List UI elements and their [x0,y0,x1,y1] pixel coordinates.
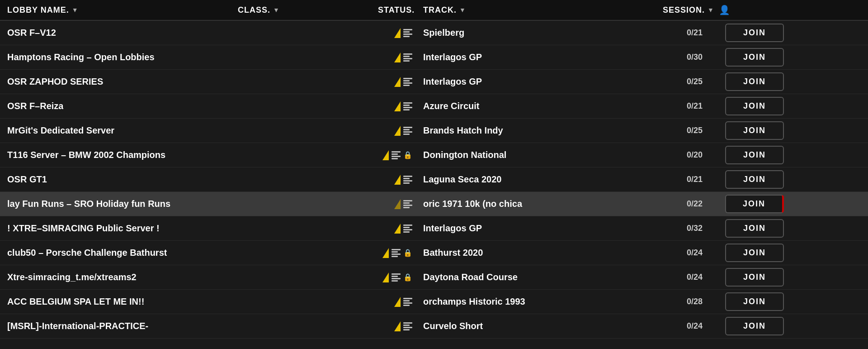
track-cell: Daytona Road Course [416,268,656,286]
status-cell: 🔒 [371,248,416,258]
list-icon [403,102,412,110]
track-cell: Interlagos GP [416,220,656,237]
join-cell: JOIN [710,46,791,68]
track-cell: Interlagos GP [416,73,656,91]
session-sort-icon[interactable]: ▼ [708,6,714,14]
lobby-name-label: LOBBY NAME. [7,5,69,15]
session-header[interactable]: SESSION. ▼ 👤 [656,5,710,15]
join-cell: JOIN [710,217,791,239]
table-row: OSR ZAPHOD SERIESInterlagos GP0/25JOIN [0,70,868,94]
join-button[interactable]: JOIN [725,170,784,189]
join-button[interactable]: JOIN [725,146,784,164]
join-button[interactable]: JOIN [725,244,784,262]
lobby-name-cell: ! XTRE–SIMRACING Public Server ! [0,220,231,237]
track-header[interactable]: TRACK. ▼ [416,5,656,15]
triangle-icon [394,126,401,136]
class-label: CLASS. [238,5,270,15]
join-button[interactable]: JOIN [725,48,784,67]
join-button[interactable]: JOIN [725,219,784,238]
join-button[interactable]: JOIN [725,97,784,115]
status-cell [371,175,416,185]
lobby-name: Xtre-simracing_t.me/xtreams2 [7,272,137,282]
session-count: 0/24 [687,321,703,331]
table-row: Xtre-simracing_t.me/xtreams2🔒Daytona Roa… [0,265,868,290]
lobby-name: ! XTRE–SIMRACING Public Server ! [7,223,160,234]
track-name: Azure Circuit [423,101,479,111]
join-cell: JOIN [710,71,791,93]
lobby-name-cell: lay Fun Runs – SRO Holiday fun Runs [0,195,231,213]
table-row: club50 – Porsche Challenge Bathurst🔒Bath… [0,241,868,265]
status-header: STATUS. [371,5,416,15]
join-button[interactable]: JOIN [725,121,784,140]
lobby-name-header[interactable]: LOBBY NAME. ▼ [0,5,231,15]
lobby-name: T116 Server – BMW 2002 Champions [7,150,165,160]
status-cell [371,28,416,38]
lock-icon: 🔒 [403,151,412,159]
list-icon [403,29,412,37]
session-cell: 0/24 [656,244,710,261]
session-cell: 0/24 [656,318,710,335]
track-name: oric 1971 10k (no chica [423,199,522,209]
class-cell [231,298,371,306]
join-button[interactable]: JOIN [725,317,784,335]
track-name: Spielberg [423,28,464,38]
join-cell: JOIN [710,95,791,117]
lobby-name: Hamptons Racing – Open Lobbies [7,52,155,62]
track-name: Brands Hatch Indy [423,125,503,136]
list-icon [403,298,412,306]
lobby-name-cell: OSR ZAPHOD SERIES [0,73,231,91]
status-cell [371,321,416,331]
lobby-name-cell: OSR GT1 [0,171,231,188]
status-cell [371,101,416,111]
lobby-name-cell: OSR F–Reiza [0,97,231,115]
join-button[interactable]: JOIN [725,72,784,91]
class-cell [231,152,371,159]
session-count: 0/25 [687,126,703,135]
join-button[interactable]: JOIN [725,268,784,287]
track-sort-icon[interactable]: ▼ [459,6,466,14]
lobby-name-cell: OSR F–V12 [0,24,231,42]
table-header: LOBBY NAME. ▼ CLASS. ▼ STATUS. TRACK. ▼ … [0,0,868,21]
track-label: TRACK. [423,5,457,15]
list-icon [403,200,412,208]
list-icon [403,127,412,135]
session-cell: 0/21 [656,98,710,115]
table-row: Hamptons Racing – Open LobbiesInterlagos… [0,45,868,70]
class-sort-icon[interactable]: ▼ [273,6,280,14]
lobby-name-cell: club50 – Porsche Challenge Bathurst [0,244,231,262]
triangle-icon [394,199,401,209]
session-cell: 0/21 [656,24,710,41]
session-cell: 0/21 [656,171,710,188]
session-count: 0/21 [687,28,703,38]
session-cell: 0/24 [656,269,710,286]
track-cell: Curvelo Short [416,317,656,335]
lobby-name: OSR ZAPHOD SERIES [7,76,103,87]
table-row: OSR GT1Laguna Seca 20200/21JOIN [0,167,868,192]
table-row: ACC BELGIUM SPA LET ME IN!!orchamps Hist… [0,290,868,314]
triangle-icon [394,175,401,185]
join-button[interactable]: JOIN [725,292,784,311]
lobby-name: [MSRL]-International-PRACTICE- [7,321,148,331]
session-person-icon: 👤 [719,5,731,15]
class-cell [231,323,371,330]
status-cell [371,224,416,234]
track-cell: Spielberg [416,24,656,42]
session-cell: 0/20 [656,147,710,163]
lobby-sort-icon[interactable]: ▼ [72,6,79,14]
lobby-name-cell: T116 Server – BMW 2002 Champions [0,146,231,164]
lobby-name: MrGit's Dedicated Server [7,125,114,136]
status-label: STATUS. [378,5,415,15]
join-button[interactable]: JOIN [725,24,784,42]
track-cell: oric 1971 10k (no chica [416,195,656,213]
list-icon [403,78,412,86]
list-icon [392,273,401,282]
track-cell: Donington National [416,146,656,164]
lobby-name: OSR F–V12 [7,28,56,38]
join-button[interactable]: JOIN [725,195,784,213]
triangle-icon [394,53,401,62]
class-cell [231,78,371,86]
status-cell: 🔒 [371,150,416,160]
session-count: 0/24 [687,248,703,258]
class-header[interactable]: CLASS. ▼ [231,5,371,15]
session-count: 0/21 [687,101,703,111]
